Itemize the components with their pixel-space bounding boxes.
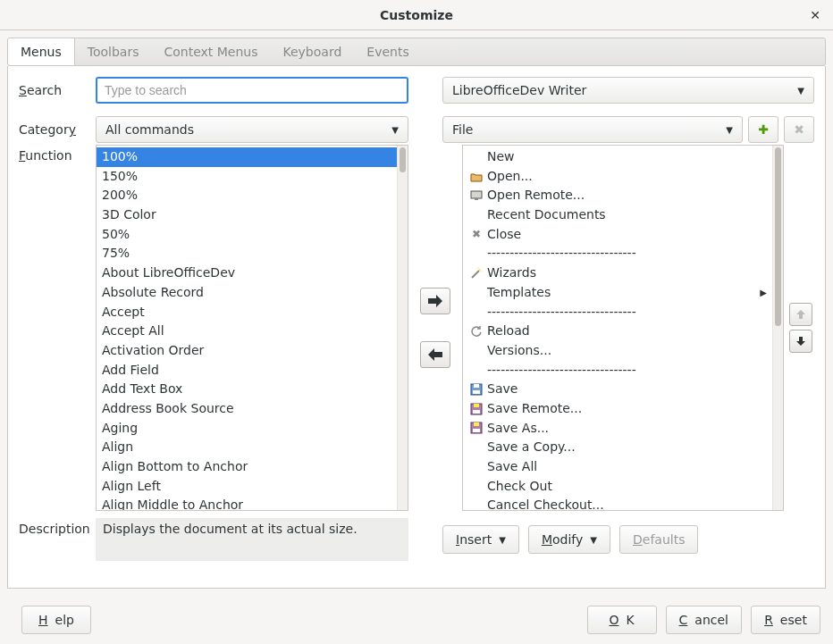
list-item[interactable]: 75% xyxy=(97,244,397,263)
tab-keyboard[interactable]: Keyboard xyxy=(270,38,354,65)
list-item[interactable]: Save All xyxy=(463,457,772,477)
svg-point-5 xyxy=(481,271,483,272)
list-item[interactable]: 100% xyxy=(97,147,397,167)
svg-rect-11 xyxy=(474,404,479,407)
list-item-label: --------------------------------- xyxy=(487,303,636,322)
list-item[interactable]: Save xyxy=(463,380,772,399)
function-label: Function xyxy=(19,145,92,163)
saver-icon xyxy=(468,403,484,415)
list-item[interactable]: Wizards xyxy=(463,263,772,283)
list-item[interactable]: --------------------------------- xyxy=(463,244,772,263)
save-icon xyxy=(468,383,484,396)
arrow-up-icon xyxy=(795,309,806,320)
list-item[interactable]: Open... xyxy=(463,167,772,187)
wand-icon xyxy=(468,267,484,280)
saveas-icon xyxy=(468,422,484,434)
scroll-thumb[interactable] xyxy=(400,147,406,172)
list-item[interactable]: --------------------------------- xyxy=(463,361,772,381)
scrollbar[interactable] xyxy=(397,146,408,510)
list-item[interactable]: 200% xyxy=(97,186,397,205)
list-item-label: Open Remote... xyxy=(487,186,585,205)
tab-context-menus[interactable]: Context Menus xyxy=(151,38,270,65)
reload-icon xyxy=(468,325,484,338)
svg-rect-8 xyxy=(474,384,479,388)
svg-rect-7 xyxy=(473,390,480,394)
tab-menus[interactable]: Menus xyxy=(8,38,75,65)
tab-bar: Menus Toolbars Context Menus Keyboard Ev… xyxy=(7,38,826,66)
plus-icon: ✚ xyxy=(758,122,769,137)
list-item-label: Wizards xyxy=(487,263,536,283)
list-item[interactable]: Accept xyxy=(97,303,397,322)
list-item[interactable]: 3D Color xyxy=(97,205,397,225)
list-item[interactable]: Address Book Source xyxy=(97,399,397,419)
list-item[interactable]: Add Field xyxy=(97,361,397,381)
list-item[interactable]: Absolute Record xyxy=(97,283,397,303)
list-item[interactable]: About LibreOfficeDev xyxy=(97,263,397,283)
list-item[interactable]: Align Left xyxy=(97,477,397,497)
help-button[interactable]: Help xyxy=(21,606,91,634)
category-combo[interactable]: All commands ▼ xyxy=(96,116,408,143)
list-item[interactable]: Save As... xyxy=(463,419,772,439)
doc-icon xyxy=(468,151,484,163)
scrollbar[interactable] xyxy=(772,146,783,510)
assigned-listbox[interactable]: NewOpen...Open Remote...Recent Documents… xyxy=(462,145,784,511)
dialog-footer: Help OK Cancel Reset xyxy=(0,596,833,644)
list-item[interactable]: Align Middle to Anchor xyxy=(97,496,397,510)
scope-combo[interactable]: LibreOfficeDev Writer ▼ xyxy=(442,77,814,104)
target-menu-value: File xyxy=(452,122,473,137)
svg-rect-10 xyxy=(473,410,480,414)
list-item[interactable]: Accept All xyxy=(97,322,397,341)
arrow-left-icon xyxy=(426,347,444,362)
list-item[interactable]: 50% xyxy=(97,225,397,245)
folder-icon xyxy=(468,171,484,183)
list-item-label: Save Remote... xyxy=(487,399,582,419)
search-input[interactable] xyxy=(96,77,408,104)
modify-button[interactable]: Modify▼ xyxy=(528,525,610,554)
insert-button[interactable]: Insert▼ xyxy=(442,525,519,554)
tab-toolbars[interactable]: Toolbars xyxy=(75,38,152,65)
list-item[interactable]: ✖Close xyxy=(463,225,772,245)
list-item[interactable]: Templates▶ xyxy=(463,283,772,303)
add-menu-button[interactable]: ✚ xyxy=(748,116,778,143)
list-item[interactable]: Save a Copy... xyxy=(463,438,772,457)
arrow-down-icon xyxy=(795,336,806,347)
close-icon[interactable]: ✕ xyxy=(806,6,824,24)
delete-menu-button: ✖ xyxy=(784,116,814,143)
scroll-thumb[interactable] xyxy=(775,147,781,326)
list-item[interactable]: Recent Documents xyxy=(463,205,772,225)
cancel-button[interactable]: Cancel xyxy=(666,606,742,634)
list-item[interactable]: Save Remote... xyxy=(463,399,772,419)
defaults-button: Defaults xyxy=(619,525,698,554)
tab-events[interactable]: Events xyxy=(354,38,421,65)
list-item[interactable]: Add Text Box xyxy=(97,380,397,399)
list-item[interactable]: --------------------------------- xyxy=(463,303,772,322)
description-label: Description xyxy=(19,518,92,536)
svg-rect-14 xyxy=(474,422,479,426)
list-item[interactable]: Activation Order xyxy=(97,341,397,361)
chevron-down-icon: ▼ xyxy=(391,125,399,135)
list-item[interactable]: Reload xyxy=(463,322,772,341)
move-up-button xyxy=(789,303,812,326)
svg-rect-13 xyxy=(473,429,480,432)
reset-button[interactable]: Reset xyxy=(751,606,820,634)
scope-value: LibreOfficeDev Writer xyxy=(452,83,586,97)
search-label: Search xyxy=(19,83,92,97)
list-item[interactable]: Versions... xyxy=(463,341,772,361)
add-command-button[interactable] xyxy=(420,288,450,314)
list-item[interactable]: Align xyxy=(97,438,397,457)
function-listbox[interactable]: 100%150%200%3D Color50%75%About LibreOff… xyxy=(96,145,408,511)
list-item[interactable]: Check Out xyxy=(463,477,772,497)
list-item-label: Save All xyxy=(487,457,537,477)
ok-button[interactable]: OK xyxy=(587,606,657,634)
list-item-label: Save As... xyxy=(487,419,549,439)
list-item[interactable]: Cancel Checkout... xyxy=(463,496,772,510)
move-down-button[interactable] xyxy=(789,330,812,353)
list-item[interactable]: New xyxy=(463,147,772,167)
list-item[interactable]: Aging xyxy=(97,419,397,439)
remove-command-button[interactable] xyxy=(420,341,450,368)
list-item[interactable]: 150% xyxy=(97,167,397,187)
list-item[interactable]: Open Remote... xyxy=(463,186,772,205)
list-item[interactable]: Align Bottom to Anchor xyxy=(97,457,397,477)
target-menu-combo[interactable]: File ▼ xyxy=(442,116,743,143)
submenu-arrow-icon: ▶ xyxy=(760,286,767,300)
